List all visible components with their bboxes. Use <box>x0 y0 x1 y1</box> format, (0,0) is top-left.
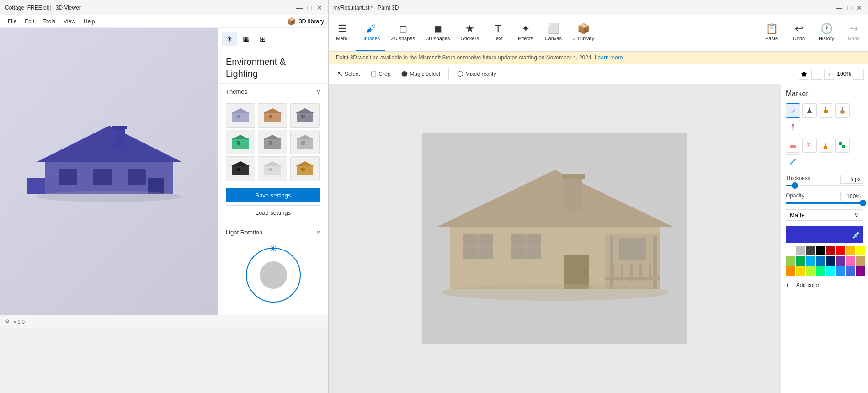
finish-select[interactable]: Matte ∨ <box>786 209 863 221</box>
color-swatch-gold[interactable] <box>796 266 805 276</box>
viewer-minimize-button[interactable]: — <box>296 4 303 11</box>
theme-cell-4[interactable] <box>226 130 255 154</box>
toolbar-3dlibrary[interactable]: 📦 3D library <box>567 15 600 51</box>
color-swatch-purple[interactable] <box>836 256 845 266</box>
paint3d-maximize-button[interactable]: □ <box>846 4 853 11</box>
toolbar-redo[interactable]: ↪ Redo <box>840 15 868 51</box>
viewer-close-button[interactable]: ✕ <box>316 4 323 11</box>
color-swatch-green[interactable] <box>796 256 805 266</box>
theme-cell-5[interactable] <box>258 130 287 154</box>
menu-file[interactable]: File <box>4 17 20 26</box>
toolbar-2d-shapes[interactable]: ◻ 2D shapes <box>385 15 421 51</box>
zoom-minus-btn[interactable]: − <box>811 69 822 80</box>
svg-marker-62 <box>807 107 812 113</box>
panel-flat-icon-btn[interactable]: ▦ <box>239 32 253 46</box>
add-color-button[interactable]: + + Add color <box>786 279 863 291</box>
color-swatch-tan[interactable] <box>856 256 865 266</box>
color-swatch-white[interactable] <box>786 246 795 255</box>
paint3d-close-button[interactable]: ✕ <box>856 4 863 11</box>
thickness-thumb[interactable] <box>792 182 798 189</box>
svg-marker-32 <box>263 161 282 166</box>
select-tool[interactable]: ↖ Select <box>332 68 364 80</box>
toolbar-menu[interactable]: ☰ Menu <box>329 15 356 51</box>
toolbar-effects[interactable]: ✦ Effects <box>512 15 539 51</box>
color-swatch-orange[interactable] <box>846 246 855 255</box>
menu-help[interactable]: Help <box>80 17 99 26</box>
library-button[interactable]: 📦 3D library <box>287 17 324 26</box>
theme-cell-7[interactable] <box>226 156 255 181</box>
panel-grid-icon-btn[interactable]: ⊞ <box>255 32 270 46</box>
toolbar-undo[interactable]: ↩ Undo <box>785 15 813 51</box>
theme-cell-1[interactable] <box>226 103 255 128</box>
theme-cell-8[interactable] <box>258 156 287 181</box>
toolbar-separator-1 <box>448 68 449 80</box>
color-swatch-yellow[interactable] <box>856 246 865 255</box>
calligraphy-pen-btn[interactable]: 𝒜 <box>786 103 800 118</box>
color-swatch-lime[interactable] <box>786 256 795 266</box>
themes-section-header[interactable]: Themes ∨ <box>218 83 328 100</box>
fill-btn[interactable] <box>819 138 833 153</box>
toolbar-stickers[interactable]: ★ Stickers <box>456 15 485 51</box>
rotation-dial[interactable]: ☀ <box>246 248 301 303</box>
theme-cell-2[interactable] <box>258 103 287 128</box>
thickness-slider[interactable] <box>786 185 863 186</box>
toolbar-3d-shapes[interactable]: ◼ 3D shapes <box>421 15 456 51</box>
menu-tools[interactable]: Tools <box>39 17 59 26</box>
menu-view[interactable]: View <box>60 17 79 26</box>
toolbar-canvas[interactable]: ⬜ Canvas <box>539 15 567 51</box>
color-swatch-skyblue[interactable] <box>806 256 815 266</box>
color-swatch-cyan[interactable] <box>826 266 835 276</box>
zoom-more-btn[interactable]: ⋯ <box>853 69 864 80</box>
color-swatch-lightgray[interactable] <box>796 246 805 255</box>
notification-link[interactable]: Learn more <box>595 54 623 61</box>
save-settings-button[interactable]: Save settings <box>226 188 320 202</box>
color-swatch-red[interactable] <box>836 246 845 255</box>
color-swatch-springgreen[interactable] <box>816 266 825 276</box>
viewer-maximize-button[interactable]: □ <box>306 4 313 11</box>
opacity-slider[interactable] <box>786 202 863 204</box>
mixed-reality-tool[interactable]: ⬡ Mixed reality <box>453 68 501 80</box>
theme-cell-9[interactable] <box>290 156 320 181</box>
pencil-btn[interactable] <box>786 120 800 134</box>
color-swatch-darkmagenta[interactable] <box>856 266 865 276</box>
color-swatch-darkred[interactable] <box>826 246 835 255</box>
color-swatch-dodgerblue[interactable] <box>836 266 845 276</box>
zoom-shape-btn[interactable]: ⬟ <box>799 69 809 80</box>
light-rotation-section-header[interactable]: Light Rotation ∨ <box>218 224 328 240</box>
opacity-input[interactable] <box>840 192 863 201</box>
color-swatch-darkgray[interactable] <box>806 246 815 255</box>
color-swatch-greenyellow[interactable] <box>806 266 815 276</box>
pixel-pen-btn[interactable] <box>835 138 850 153</box>
panel-sun-icon-btn[interactable]: ☀ <box>222 32 237 46</box>
paint3d-minimize-button[interactable]: — <box>836 4 843 11</box>
toolbar-brushes[interactable]: 🖌 Brushes <box>356 15 385 51</box>
oil-brush-btn[interactable] <box>819 103 833 118</box>
color-swatch-royalblue[interactable] <box>846 266 855 276</box>
theme-cell-6[interactable] <box>290 130 320 154</box>
thickness-input[interactable] <box>840 175 863 184</box>
color-swatch-darkorange[interactable] <box>786 266 795 276</box>
opacity-thumb[interactable] <box>860 200 866 206</box>
brush-tools-row1: 𝒜 <box>786 103 863 134</box>
spray-btn[interactable] <box>802 138 817 153</box>
smudge-btn[interactable] <box>786 154 800 169</box>
color-swatch-darkblue[interactable] <box>826 256 835 266</box>
toolbar-history[interactable]: 🕐 History <box>813 15 840 51</box>
fountain-pen-btn[interactable] <box>802 103 817 118</box>
theme-cell-3[interactable] <box>290 103 320 128</box>
menu-edit[interactable]: Edit <box>21 17 38 26</box>
zoom-plus-btn[interactable]: + <box>824 69 835 80</box>
magic-select-tool[interactable]: ⬟ Magic select <box>397 68 445 80</box>
paint3d-canvas[interactable] <box>329 84 781 393</box>
color-swatch-pink[interactable] <box>846 256 855 266</box>
toolbar-paste[interactable]: 📋 Paste <box>758 15 785 51</box>
color-swatch-black[interactable] <box>816 246 825 255</box>
eraser-btn[interactable] <box>786 138 800 153</box>
toolbar-text[interactable]: T Text <box>485 15 512 51</box>
load-settings-button[interactable]: Load settings <box>226 205 320 220</box>
eyedropper-button[interactable]: 💉 <box>852 230 861 239</box>
color-preview[interactable]: 💉 <box>786 226 863 243</box>
watercolor-btn[interactable] <box>835 103 850 118</box>
crop-tool[interactable]: ⊡ Crop <box>366 68 395 80</box>
color-swatch-blue[interactable] <box>816 256 825 266</box>
